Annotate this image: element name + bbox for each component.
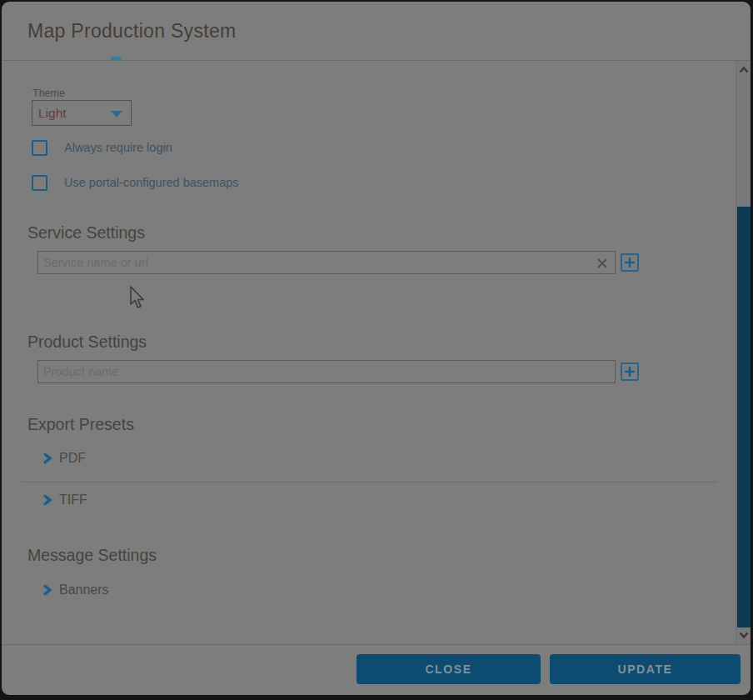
update-button[interactable]: UPDATE xyxy=(550,654,741,684)
product-name-input[interactable]: Product name xyxy=(37,360,616,383)
theme-selected-value: Light xyxy=(38,106,67,121)
product-settings-heading: Product Settings xyxy=(27,332,147,352)
close-button[interactable]: CLOSE xyxy=(357,654,541,684)
add-product-button[interactable] xyxy=(621,362,639,381)
theme-label: Theme xyxy=(32,88,65,99)
always-require-login-checkbox[interactable] xyxy=(32,140,47,156)
service-settings-heading: Service Settings xyxy=(27,223,145,242)
checkbox-row-portal-basemaps: Use portal-configured basemaps xyxy=(32,174,239,191)
preset-divider xyxy=(21,482,717,482)
chevron-up-icon xyxy=(739,67,749,73)
screen-background: Map Production System Theme Light Always… xyxy=(0,0,753,700)
add-service-button[interactable] xyxy=(621,253,639,272)
dialog-title: Map Production System xyxy=(27,20,236,42)
export-preset-label: TIFF xyxy=(59,492,87,508)
scrollbar-thumb[interactable] xyxy=(737,207,751,628)
plus-icon xyxy=(624,366,636,378)
portal-basemaps-checkbox[interactable] xyxy=(32,175,47,191)
export-preset-label: PDF xyxy=(59,451,86,466)
service-input-placeholder: Service name or url xyxy=(43,256,148,269)
export-preset-tiff-row[interactable]: TIFF xyxy=(42,492,87,508)
message-settings-heading: Message Settings xyxy=(27,546,157,565)
checkbox-row-always-require-login: Always require login xyxy=(32,139,172,156)
checkbox-label: Use portal-configured basemaps xyxy=(64,176,239,189)
service-name-input[interactable]: Service name or url xyxy=(37,251,616,274)
scroll-down-button[interactable] xyxy=(736,628,751,642)
clear-x-icon[interactable] xyxy=(596,257,609,270)
dialog-header: Map Production System xyxy=(2,2,751,60)
settings-scroll-area: Theme Light Always require login Use por… xyxy=(2,61,737,644)
settings-dialog: Map Production System Theme Light Always… xyxy=(2,2,751,695)
mouse-cursor xyxy=(128,286,147,314)
banners-row[interactable]: Banners xyxy=(42,582,109,598)
plus-icon xyxy=(624,257,636,268)
checkbox-label: Always require login xyxy=(64,141,172,154)
product-input-placeholder: Product name xyxy=(43,365,118,378)
banners-label: Banners xyxy=(59,582,109,598)
export-preset-pdf-row[interactable]: PDF xyxy=(42,451,86,466)
scroll-up-button[interactable] xyxy=(736,62,751,78)
theme-dropdown[interactable]: Light xyxy=(32,100,132,126)
vertical-scrollbar[interactable] xyxy=(736,61,751,644)
chevron-right-icon xyxy=(42,583,52,597)
dialog-footer: CLOSE UPDATE xyxy=(2,644,751,695)
chevron-right-icon xyxy=(42,493,52,507)
export-presets-heading: Export Presets xyxy=(27,415,134,434)
chevron-right-icon xyxy=(42,452,52,465)
chevron-down-icon xyxy=(739,632,749,638)
caret-down-icon xyxy=(111,111,122,118)
